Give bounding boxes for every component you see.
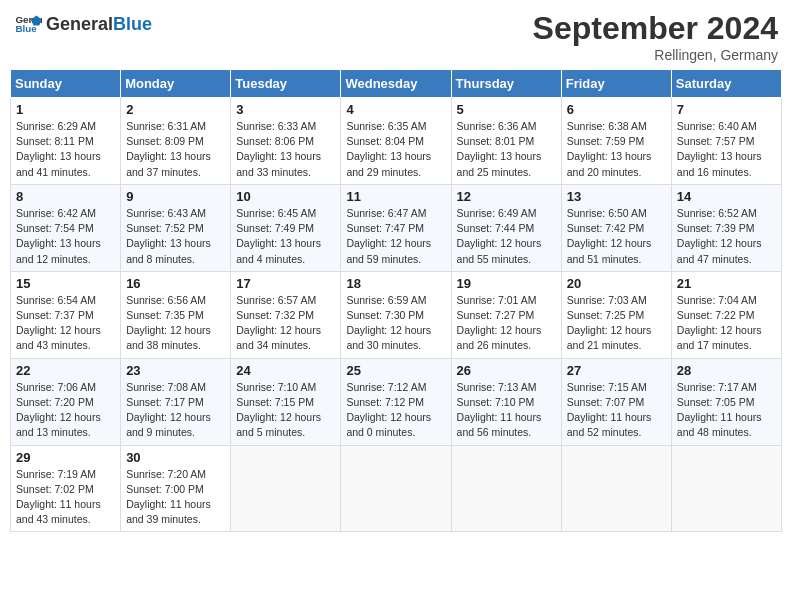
day-info: Sunrise: 6:49 AM Sunset: 7:44 PM Dayligh… (457, 206, 556, 267)
calendar-cell (451, 445, 561, 532)
calendar-cell (231, 445, 341, 532)
page-header: General Blue GeneralBlue September 2024 … (10, 10, 782, 63)
day-info: Sunrise: 6:47 AM Sunset: 7:47 PM Dayligh… (346, 206, 445, 267)
day-info: Sunrise: 7:04 AM Sunset: 7:22 PM Dayligh… (677, 293, 776, 354)
day-info: Sunrise: 6:56 AM Sunset: 7:35 PM Dayligh… (126, 293, 225, 354)
calendar-cell: 18Sunrise: 6:59 AM Sunset: 7:30 PM Dayli… (341, 271, 451, 358)
day-number: 1 (16, 102, 115, 117)
calendar-cell: 16Sunrise: 6:56 AM Sunset: 7:35 PM Dayli… (121, 271, 231, 358)
day-info: Sunrise: 7:19 AM Sunset: 7:02 PM Dayligh… (16, 467, 115, 528)
day-number: 26 (457, 363, 556, 378)
weekday-friday: Friday (561, 70, 671, 98)
calendar-cell: 27Sunrise: 7:15 AM Sunset: 7:07 PM Dayli… (561, 358, 671, 445)
weekday-thursday: Thursday (451, 70, 561, 98)
day-info: Sunrise: 6:40 AM Sunset: 7:57 PM Dayligh… (677, 119, 776, 180)
week-row-1: 1Sunrise: 6:29 AM Sunset: 8:11 PM Daylig… (11, 98, 782, 185)
day-number: 3 (236, 102, 335, 117)
calendar-cell (341, 445, 451, 532)
day-number: 19 (457, 276, 556, 291)
day-number: 11 (346, 189, 445, 204)
title-area: September 2024 Rellingen, Germany (533, 10, 778, 63)
day-info: Sunrise: 6:29 AM Sunset: 8:11 PM Dayligh… (16, 119, 115, 180)
calendar-cell: 14Sunrise: 6:52 AM Sunset: 7:39 PM Dayli… (671, 184, 781, 271)
day-number: 10 (236, 189, 335, 204)
day-info: Sunrise: 7:03 AM Sunset: 7:25 PM Dayligh… (567, 293, 666, 354)
weekday-monday: Monday (121, 70, 231, 98)
day-number: 4 (346, 102, 445, 117)
day-number: 15 (16, 276, 115, 291)
calendar-cell: 8Sunrise: 6:42 AM Sunset: 7:54 PM Daylig… (11, 184, 121, 271)
week-row-2: 8Sunrise: 6:42 AM Sunset: 7:54 PM Daylig… (11, 184, 782, 271)
day-info: Sunrise: 7:06 AM Sunset: 7:20 PM Dayligh… (16, 380, 115, 441)
day-number: 25 (346, 363, 445, 378)
day-info: Sunrise: 6:59 AM Sunset: 7:30 PM Dayligh… (346, 293, 445, 354)
calendar-cell: 9Sunrise: 6:43 AM Sunset: 7:52 PM Daylig… (121, 184, 231, 271)
calendar-table: SundayMondayTuesdayWednesdayThursdayFrid… (10, 69, 782, 532)
day-number: 21 (677, 276, 776, 291)
weekday-wednesday: Wednesday (341, 70, 451, 98)
day-number: 16 (126, 276, 225, 291)
day-number: 7 (677, 102, 776, 117)
calendar-cell (561, 445, 671, 532)
weekday-sunday: Sunday (11, 70, 121, 98)
day-info: Sunrise: 7:12 AM Sunset: 7:12 PM Dayligh… (346, 380, 445, 441)
calendar-cell: 21Sunrise: 7:04 AM Sunset: 7:22 PM Dayli… (671, 271, 781, 358)
day-number: 13 (567, 189, 666, 204)
logo: General Blue GeneralBlue (14, 10, 152, 38)
day-info: Sunrise: 6:31 AM Sunset: 8:09 PM Dayligh… (126, 119, 225, 180)
calendar-cell: 12Sunrise: 6:49 AM Sunset: 7:44 PM Dayli… (451, 184, 561, 271)
day-info: Sunrise: 7:20 AM Sunset: 7:00 PM Dayligh… (126, 467, 225, 528)
calendar-cell: 7Sunrise: 6:40 AM Sunset: 7:57 PM Daylig… (671, 98, 781, 185)
calendar-cell: 4Sunrise: 6:35 AM Sunset: 8:04 PM Daylig… (341, 98, 451, 185)
day-number: 2 (126, 102, 225, 117)
calendar-cell: 29Sunrise: 7:19 AM Sunset: 7:02 PM Dayli… (11, 445, 121, 532)
weekday-header-row: SundayMondayTuesdayWednesdayThursdayFrid… (11, 70, 782, 98)
day-number: 9 (126, 189, 225, 204)
day-info: Sunrise: 6:57 AM Sunset: 7:32 PM Dayligh… (236, 293, 335, 354)
calendar-cell: 10Sunrise: 6:45 AM Sunset: 7:49 PM Dayli… (231, 184, 341, 271)
calendar-cell: 6Sunrise: 6:38 AM Sunset: 7:59 PM Daylig… (561, 98, 671, 185)
day-number: 23 (126, 363, 225, 378)
calendar-cell: 15Sunrise: 6:54 AM Sunset: 7:37 PM Dayli… (11, 271, 121, 358)
day-number: 28 (677, 363, 776, 378)
calendar-cell: 20Sunrise: 7:03 AM Sunset: 7:25 PM Dayli… (561, 271, 671, 358)
calendar-cell (671, 445, 781, 532)
location-subtitle: Rellingen, Germany (533, 47, 778, 63)
day-info: Sunrise: 6:36 AM Sunset: 8:01 PM Dayligh… (457, 119, 556, 180)
calendar-cell: 22Sunrise: 7:06 AM Sunset: 7:20 PM Dayli… (11, 358, 121, 445)
calendar-cell: 24Sunrise: 7:10 AM Sunset: 7:15 PM Dayli… (231, 358, 341, 445)
week-row-4: 22Sunrise: 7:06 AM Sunset: 7:20 PM Dayli… (11, 358, 782, 445)
day-number: 22 (16, 363, 115, 378)
day-info: Sunrise: 6:38 AM Sunset: 7:59 PM Dayligh… (567, 119, 666, 180)
calendar-cell: 5Sunrise: 6:36 AM Sunset: 8:01 PM Daylig… (451, 98, 561, 185)
calendar-cell: 19Sunrise: 7:01 AM Sunset: 7:27 PM Dayli… (451, 271, 561, 358)
calendar-cell: 1Sunrise: 6:29 AM Sunset: 8:11 PM Daylig… (11, 98, 121, 185)
day-number: 30 (126, 450, 225, 465)
day-info: Sunrise: 6:35 AM Sunset: 8:04 PM Dayligh… (346, 119, 445, 180)
day-number: 24 (236, 363, 335, 378)
day-info: Sunrise: 7:10 AM Sunset: 7:15 PM Dayligh… (236, 380, 335, 441)
day-number: 29 (16, 450, 115, 465)
day-info: Sunrise: 7:15 AM Sunset: 7:07 PM Dayligh… (567, 380, 666, 441)
calendar-cell: 28Sunrise: 7:17 AM Sunset: 7:05 PM Dayli… (671, 358, 781, 445)
calendar-cell: 13Sunrise: 6:50 AM Sunset: 7:42 PM Dayli… (561, 184, 671, 271)
calendar-cell: 23Sunrise: 7:08 AM Sunset: 7:17 PM Dayli… (121, 358, 231, 445)
day-info: Sunrise: 7:08 AM Sunset: 7:17 PM Dayligh… (126, 380, 225, 441)
calendar-cell: 11Sunrise: 6:47 AM Sunset: 7:47 PM Dayli… (341, 184, 451, 271)
day-info: Sunrise: 6:50 AM Sunset: 7:42 PM Dayligh… (567, 206, 666, 267)
month-title: September 2024 (533, 10, 778, 47)
week-row-5: 29Sunrise: 7:19 AM Sunset: 7:02 PM Dayli… (11, 445, 782, 532)
calendar-cell: 30Sunrise: 7:20 AM Sunset: 7:00 PM Dayli… (121, 445, 231, 532)
calendar-body: 1Sunrise: 6:29 AM Sunset: 8:11 PM Daylig… (11, 98, 782, 532)
day-number: 20 (567, 276, 666, 291)
day-number: 12 (457, 189, 556, 204)
day-number: 14 (677, 189, 776, 204)
day-info: Sunrise: 6:33 AM Sunset: 8:06 PM Dayligh… (236, 119, 335, 180)
weekday-tuesday: Tuesday (231, 70, 341, 98)
day-number: 5 (457, 102, 556, 117)
day-number: 6 (567, 102, 666, 117)
calendar-cell: 17Sunrise: 6:57 AM Sunset: 7:32 PM Dayli… (231, 271, 341, 358)
day-info: Sunrise: 6:45 AM Sunset: 7:49 PM Dayligh… (236, 206, 335, 267)
day-info: Sunrise: 7:13 AM Sunset: 7:10 PM Dayligh… (457, 380, 556, 441)
weekday-saturday: Saturday (671, 70, 781, 98)
